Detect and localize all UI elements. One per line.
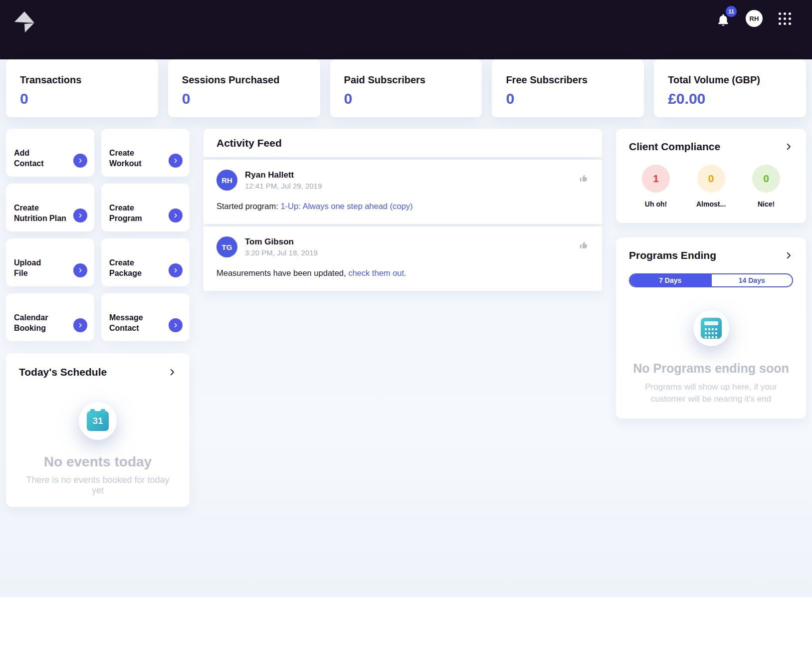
stat-card-total-volume: Total Volume (GBP) £0.00 [654, 59, 806, 117]
calculator-icon-circle [693, 310, 729, 346]
feed-user-name: Ryan Hallett [245, 170, 572, 180]
feed-message: Started program: 1-Up: Always one step a… [216, 202, 589, 211]
todays-schedule-open-button[interactable] [168, 368, 177, 377]
stat-card-transactions: Transactions 0 [6, 59, 158, 117]
quick-action-create-workout[interactable]: CreateWorkout [101, 129, 190, 177]
quick-action-create-package[interactable]: CreatePackage [101, 238, 190, 286]
activity-feed-item: TG Tom Gibson 3:20 PM, Jul 18, 2019 Meas… [203, 226, 602, 291]
no-events-subtitle: There is no events booked for today yet [19, 475, 177, 496]
quick-actions-grid: AddContact CreateWorkout C [6, 129, 190, 341]
programs-ending-title: Programs Ending [629, 249, 716, 261]
quick-action-create-nutrition-plan[interactable]: CreateNutrition Plan [6, 184, 94, 231]
like-button[interactable] [579, 174, 589, 186]
quick-action-calendar-booking[interactable]: CalendarBooking [6, 293, 94, 341]
main-grid: AddContact CreateWorkout C [6, 129, 806, 507]
activity-feed-title: Activity Feed [216, 137, 282, 149]
no-programs-title: No Programs ending soon [629, 361, 793, 376]
quick-action-add-contact[interactable]: AddContact [6, 129, 94, 177]
quick-action-label: CalendarBooking [14, 312, 48, 334]
quick-action-message-contact[interactable]: MessageContact [101, 293, 190, 341]
feed-timestamp: 12:41 PM, Jul 29, 2019 [245, 182, 572, 190]
chevron-right-icon[interactable] [169, 209, 183, 222]
compliance-amber-count: 0 [697, 165, 725, 193]
quick-action-label: CreateNutrition Plan [14, 203, 66, 224]
stat-value: 0 [182, 90, 306, 107]
no-programs-subtitle: Programs will show up here, if your cust… [629, 381, 793, 405]
compliance-red-count: 1 [642, 165, 670, 193]
dashboard-content: Transactions 0 Sessions Purchased 0 Paid… [0, 59, 812, 597]
stat-card-paid-subscribers: Paid Subscribers 0 [330, 59, 482, 117]
chevron-right-icon[interactable] [73, 154, 87, 168]
client-compliance-card: Client Compliance 1 Uh oh! 0 Almost... [616, 129, 806, 223]
feed-avatar: RH [216, 170, 237, 191]
toggle-7-days[interactable]: 7 Days [630, 274, 711, 286]
client-compliance-open-button[interactable] [784, 142, 793, 151]
app-logo[interactable] [8, 5, 36, 33]
no-events-title: No events today [19, 454, 177, 470]
chevron-right-icon[interactable] [73, 318, 87, 332]
stat-card-sessions-purchased: Sessions Purchased 0 [168, 59, 320, 117]
client-compliance-title: Client Compliance [629, 141, 720, 153]
stat-label: Paid Subscribers [344, 74, 468, 86]
programs-ending-open-button[interactable] [784, 251, 793, 260]
stat-label: Sessions Purchased [182, 74, 306, 86]
compliance-almost: 0 Almost... [688, 165, 734, 208]
calendar-icon: 31 [87, 411, 109, 431]
chevron-right-icon[interactable] [73, 209, 87, 222]
chevron-right-icon [784, 251, 793, 260]
chevron-right-icon[interactable] [73, 263, 87, 277]
grid-dot-icon [779, 12, 781, 15]
activity-feed-header: Activity Feed [203, 129, 602, 157]
stat-label: Transactions [20, 74, 144, 86]
days-toggle: 7 Days 14 Days [629, 273, 793, 287]
like-button[interactable] [579, 240, 589, 252]
feed-avatar: TG [216, 236, 237, 257]
chevron-right-icon[interactable] [169, 318, 183, 332]
chevron-right-icon [784, 142, 793, 151]
stat-value: 0 [344, 90, 468, 107]
compliance-stats-row: 1 Uh oh! 0 Almost... 0 Nice! [629, 165, 793, 208]
stat-label: Total Volume (GBP) [668, 74, 792, 86]
activity-feed-item: RH Ryan Hallett 12:41 PM, Jul 29, 2019 S… [203, 160, 602, 224]
stat-card-free-subscribers: Free Subscribers 0 [492, 59, 644, 117]
stats-row: Transactions 0 Sessions Purchased 0 Paid… [6, 59, 806, 117]
feed-user-name: Tom Gibson [245, 237, 572, 247]
feed-measurements-link[interactable]: check them out. [348, 268, 406, 277]
notification-badge: 11 [726, 6, 737, 17]
apps-menu-button[interactable] [777, 10, 793, 27]
chevron-right-icon[interactable] [169, 154, 183, 168]
left-column: AddContact CreateWorkout C [6, 129, 190, 507]
quick-action-upload-file[interactable]: UploadFile [6, 238, 94, 286]
user-avatar[interactable]: RH [746, 10, 763, 27]
quick-action-label: CreateProgram [109, 203, 142, 224]
quick-action-label: CreateWorkout [109, 148, 142, 169]
quick-action-create-program[interactable]: CreateProgram [101, 184, 190, 231]
chevron-right-icon [168, 368, 177, 377]
quick-action-label: AddContact [14, 148, 44, 169]
calculator-icon [701, 318, 722, 339]
right-column: Client Compliance 1 Uh oh! 0 Almost... [616, 129, 806, 419]
activity-feed: Activity Feed RH Ryan Hallett 12:41 PM, … [203, 129, 602, 291]
stat-label: Free Subscribers [506, 74, 630, 86]
todays-schedule-title: Today's Schedule [19, 366, 107, 378]
thumbs-up-icon [579, 174, 589, 184]
thumbs-up-icon [579, 240, 589, 250]
feed-timestamp: 3:20 PM, Jul 18, 2019 [245, 248, 572, 257]
quick-action-label: CreatePackage [109, 257, 142, 279]
calendar-icon-circle: 31 [79, 402, 117, 440]
chevron-right-icon[interactable] [169, 263, 183, 277]
notifications-button[interactable]: 11 [715, 9, 732, 28]
stat-value: £0.00 [668, 90, 792, 107]
stat-value: 0 [20, 90, 144, 107]
stat-value: 0 [506, 90, 630, 107]
quick-action-label: MessageContact [109, 312, 143, 334]
toggle-14-days[interactable]: 14 Days [711, 274, 793, 286]
paper-plane-logo-icon [8, 5, 36, 33]
compliance-uh-oh: 1 Uh oh! [633, 165, 679, 208]
programs-ending-card: Programs Ending 7 Days 14 Days [616, 237, 806, 419]
feed-program-link[interactable]: 1-Up: Always one step ahead (copy) [280, 202, 412, 211]
compliance-nice: 0 Nice! [743, 165, 789, 208]
calendar-day-number: 31 [92, 416, 103, 427]
topbar-actions: 11 RH [715, 9, 793, 28]
feed-message: Measurements have been updated, check th… [216, 268, 589, 278]
